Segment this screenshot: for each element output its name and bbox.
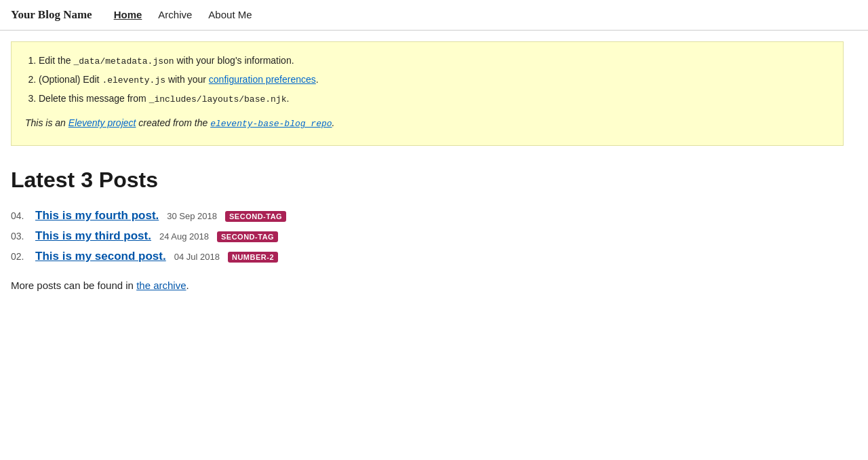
table-row: 03. This is my third post. 24 Aug 2018 S… [11, 229, 844, 243]
notice-step-1: Edit the _data/metadata.json with your b… [39, 53, 829, 69]
notice-step-2-code: .eleventy.js [102, 75, 165, 85]
post-number: 02. [11, 251, 30, 262]
post-tag: SECOND-TAG [225, 211, 286, 222]
notice-footer: This is an Eleventy project created from… [25, 115, 829, 132]
post-number: 04. [11, 210, 30, 221]
notice-step-2: (Optional) Edit .eleventy.js with your c… [39, 72, 829, 88]
config-preferences-link[interactable]: configuration preferences [209, 74, 316, 85]
post-title: This is my fourth post. [35, 209, 159, 223]
main-content: Edit the _data/metadata.json with your b… [0, 31, 854, 313]
nav-item-archive: Archive [158, 9, 192, 21]
nav-item-home: Home [114, 9, 142, 21]
eleventy-repo-link[interactable]: eleventy-base-blog repo [210, 117, 332, 128]
post-date: 30 Sep 2018 [167, 211, 217, 221]
archive-text: More posts can be found in the archive. [11, 280, 844, 291]
nav-links: Home Archive About Me [114, 9, 252, 21]
site-nav: Your Blog Name Home Archive About Me [0, 0, 868, 31]
table-row: 04. This is my fourth post. 30 Sep 2018 … [11, 209, 844, 223]
nav-brand[interactable]: Your Blog Name [11, 8, 92, 22]
post-title: This is my second post. [35, 250, 166, 263]
notice-box: Edit the _data/metadata.json with your b… [11, 41, 844, 146]
notice-step-3-code: _includes/layouts/base.njk [149, 94, 287, 104]
post-title: This is my third post. [35, 229, 151, 243]
eleventy-project-link[interactable]: Eleventy project [68, 117, 136, 128]
post-link[interactable]: This is my fourth post. [35, 209, 159, 222]
table-row: 02. This is my second post. 04 Jul 2018 … [11, 250, 844, 263]
post-list: 04. This is my fourth post. 30 Sep 2018 … [11, 209, 844, 263]
post-tag: SECOND-TAG [217, 231, 278, 242]
nav-link-about[interactable]: About Me [208, 9, 252, 20]
nav-item-about: About Me [208, 9, 252, 21]
post-link[interactable]: This is my second post. [35, 250, 166, 263]
nav-link-archive[interactable]: Archive [158, 9, 192, 20]
notice-step-1-code: _data/metadata.json [73, 56, 174, 66]
post-number: 03. [11, 231, 30, 242]
post-date: 04 Jul 2018 [174, 252, 220, 262]
latest-heading: Latest 3 Posts [11, 168, 844, 193]
post-date: 24 Aug 2018 [159, 231, 209, 242]
notice-steps: Edit the _data/metadata.json with your b… [39, 53, 829, 107]
post-link[interactable]: This is my third post. [35, 229, 151, 242]
nav-link-home[interactable]: Home [114, 9, 142, 20]
archive-link[interactable]: the archive [136, 280, 186, 291]
notice-step-3: Delete this message from _includes/layou… [39, 91, 829, 107]
post-tag: NUMBER-2 [228, 252, 278, 263]
